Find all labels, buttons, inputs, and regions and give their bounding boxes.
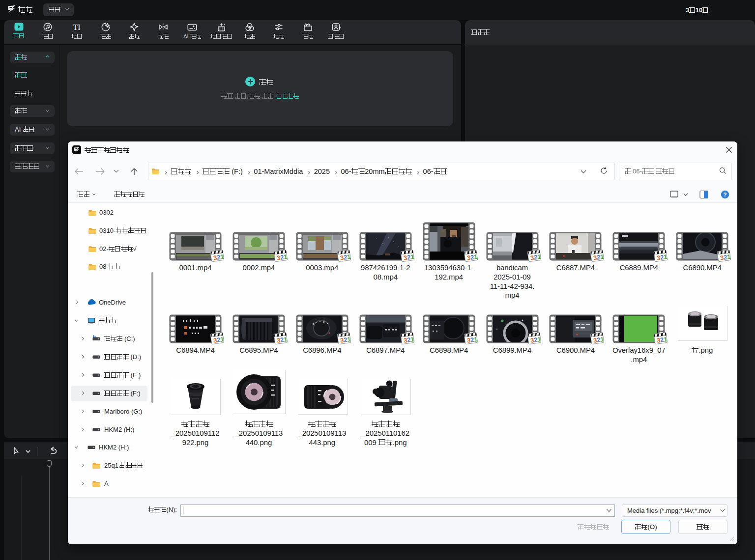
- svg-text:TI: TI: [73, 23, 80, 31]
- svg-text:?: ?: [723, 192, 726, 197]
